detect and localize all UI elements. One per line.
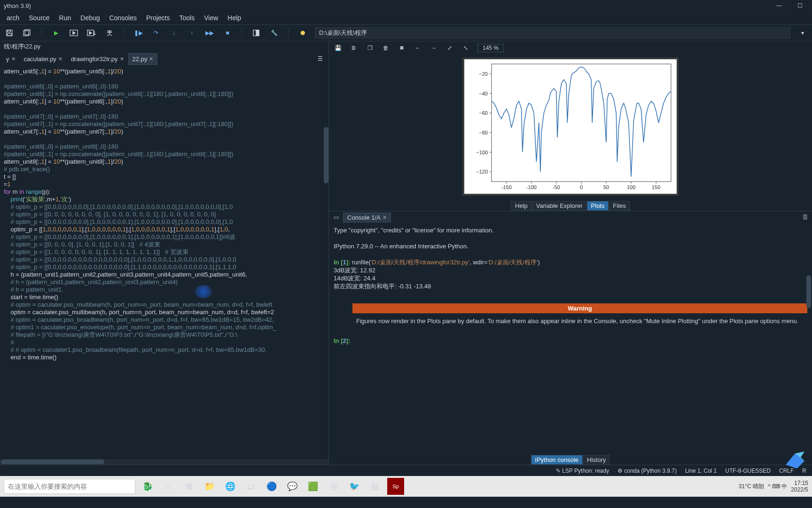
tab-caculater[interactable]: caculater.py✕ — [20, 53, 67, 65]
plot-saveall-icon[interactable]: 🗎 — [350, 44, 358, 52]
menu-source[interactable]: Source — [24, 12, 54, 24]
taskbar: 🐉 ○ ⊞ 📁 🌐 🗂 🔵 💬 🟩 ⓔ 🐦 ▤ Sp 31°C 晴朗 ^ ⌨ 中… — [0, 476, 812, 497]
close-icon[interactable]: ✕ — [149, 56, 153, 62]
plot-next-icon[interactable]: → — [429, 44, 438, 52]
step-over-icon[interactable]: ↷ — [150, 27, 162, 39]
menu-view[interactable]: View — [199, 12, 223, 24]
plot-zoomout-icon[interactable]: ⤡ — [461, 44, 470, 52]
taskbar-app-edge[interactable]: ▤ — [367, 478, 383, 495]
plot-delete-icon[interactable]: 🗑 — [382, 44, 390, 52]
menu-tools[interactable]: Tools — [175, 12, 200, 24]
plot-deleteall-icon[interactable]: ✖ — [398, 44, 406, 52]
zoom-level: 145 % — [477, 44, 504, 52]
maximize-button[interactable]: ☐ — [791, 2, 808, 9]
plot-chart: -150-100-50050100150−20−40−60−80−100−120 — [464, 59, 677, 194]
console-options-icon[interactable]: ☰ — [801, 213, 809, 222]
svg-rect-9 — [492, 64, 671, 182]
tab-history[interactable]: History — [583, 455, 610, 465]
taskbar-app-taskview[interactable]: ⊞ — [180, 478, 197, 495]
pane-tab-plots[interactable]: Plots — [587, 201, 609, 211]
clock-time[interactable]: 17:15 — [791, 480, 808, 486]
ime-indicator[interactable]: ^ ⌨ 中 — [768, 483, 787, 491]
plot-save-icon[interactable]: 💾 — [334, 44, 342, 52]
status-encoding: UTF-8-GUESSED — [725, 468, 771, 474]
minimize-button[interactable]: — — [771, 2, 788, 9]
clock-date[interactable]: 2022/5 — [791, 486, 808, 493]
console-output[interactable]: Type "copyright", "credits" or "license"… — [329, 223, 812, 454]
tab-ipython-console[interactable]: IPython console — [531, 455, 583, 465]
svg-rect-1 — [8, 30, 10, 32]
menu-search[interactable]: arch — [2, 12, 24, 24]
taskbar-app-pycharm[interactable]: 🟩 — [304, 478, 321, 495]
window-title: ython 3.9) — [4, 2, 31, 9]
console-menu-icon[interactable]: ▭ — [332, 213, 340, 222]
taskbar-app-spyder[interactable]: Sp — [387, 478, 404, 495]
close-icon[interactable]: ✕ — [11, 56, 16, 62]
svg-text:−20: −20 — [479, 71, 488, 77]
step-out-icon[interactable]: ↑ — [186, 27, 197, 39]
pane-tab-varexp[interactable]: Variable Explorer — [532, 201, 587, 211]
stop-icon[interactable]: ■ — [222, 27, 233, 39]
taskbar-app-chrome[interactable]: 🌐 — [222, 478, 239, 495]
taskbar-app-explorer[interactable]: 📁 — [201, 478, 218, 495]
pane-tab-help[interactable]: Help — [511, 201, 532, 211]
scrollbar-thumb[interactable] — [1, 460, 104, 464]
editor-hscrollbar[interactable] — [0, 459, 328, 465]
debug-icon[interactable]: ❚▶ — [133, 27, 144, 39]
plot-area: -150-100-50050100150−20−40−60−80−100−120 — [329, 55, 812, 200]
pane-tabs: Help Variable Explorer Plots Files — [329, 200, 812, 211]
save-all-icon[interactable] — [22, 27, 33, 39]
step-into-icon[interactable]: ↓ — [168, 27, 180, 39]
save-icon[interactable] — [4, 27, 15, 39]
statusbar: ✎ LSP Python: ready ⚙ conda (Python 3.9.… — [0, 465, 812, 476]
feishu-logo-icon[interactable] — [782, 448, 808, 474]
taskbar-app-browser[interactable]: 🔵 — [263, 478, 280, 495]
pane-tab-files[interactable]: Files — [609, 201, 630, 211]
close-icon[interactable]: ✕ — [120, 56, 124, 62]
svg-rect-2 — [8, 33, 11, 36]
menu-consoles[interactable]: Consoles — [105, 12, 141, 24]
run-icon[interactable]: ▶ — [50, 27, 62, 39]
console-tab[interactable]: Console 1/A✕ — [343, 213, 391, 222]
weather-widget[interactable]: 31°C 晴朗 — [739, 483, 764, 491]
tab-22[interactable]: 22.py✕ — [128, 53, 158, 65]
run-selection-icon[interactable] — [104, 27, 115, 39]
plot-zoomin-icon[interactable]: ⤢ — [445, 44, 454, 52]
console-vscrollbar[interactable] — [806, 275, 811, 308]
taskbar-app-folder[interactable]: 🗂 — [242, 478, 259, 495]
taskbar-app-ie[interactable]: ⓔ — [325, 478, 342, 495]
code-editor[interactable]: attern_unit5[:,1] = 10**(pattern_unit5[:… — [0, 66, 328, 459]
menu-projects[interactable]: Projects — [141, 12, 175, 24]
taskbar-app-cortana[interactable]: ○ — [160, 478, 177, 495]
tab-py[interactable]: y✕ — [2, 53, 20, 65]
menu-run[interactable]: Run — [55, 12, 76, 24]
editor-vscrollbar[interactable] — [324, 127, 328, 183]
separator — [288, 28, 289, 38]
close-icon[interactable]: ✕ — [383, 214, 387, 221]
menu-debug[interactable]: Debug — [76, 12, 104, 24]
working-directory-input[interactable] — [315, 27, 790, 39]
close-icon[interactable]: ✕ — [58, 56, 62, 62]
plot-toolbar: 💾 🗎 ❐ 🗑 ✖ ← → ⤢ ⤡ 145 % — [329, 41, 812, 55]
taskbar-app-feishu[interactable]: 🐦 — [346, 478, 363, 495]
tab-drawingfor32tr[interactable]: drawingfor32tr.py✕ — [67, 53, 128, 65]
menu-help[interactable]: Help — [223, 12, 246, 24]
maximize-pane-icon[interactable] — [250, 27, 262, 39]
status-conda[interactable]: ⚙ conda (Python 3.9.7) — [617, 468, 677, 474]
run-cell-advance-icon[interactable] — [86, 27, 97, 39]
continue-icon[interactable]: ▶▶ — [204, 27, 215, 39]
plot-image: -150-100-50050100150−20−40−60−80−100−120 — [462, 57, 679, 196]
preferences-icon[interactable]: 🔧 — [268, 27, 280, 39]
taskbar-app-wechat[interactable]: 💬 — [284, 478, 301, 495]
plot-copy-icon[interactable]: ❐ — [366, 44, 374, 52]
taskbar-app-assistant[interactable]: 🐉 — [139, 478, 156, 495]
run-cell-icon[interactable] — [68, 27, 79, 39]
status-position: Line 1, Col 1 — [685, 468, 717, 474]
python-path-icon[interactable]: ⬢ — [297, 27, 308, 39]
tab-menu-icon[interactable]: ☰ — [314, 54, 327, 64]
breadcrumb: 线\程序\22.py — [0, 41, 328, 52]
path-dropdown-icon[interactable]: ▾ — [797, 27, 808, 39]
plot-prev-icon[interactable]: ← — [414, 44, 422, 52]
taskbar-search[interactable] — [4, 479, 135, 494]
status-lsp[interactable]: ✎ LSP Python: ready — [556, 468, 609, 474]
